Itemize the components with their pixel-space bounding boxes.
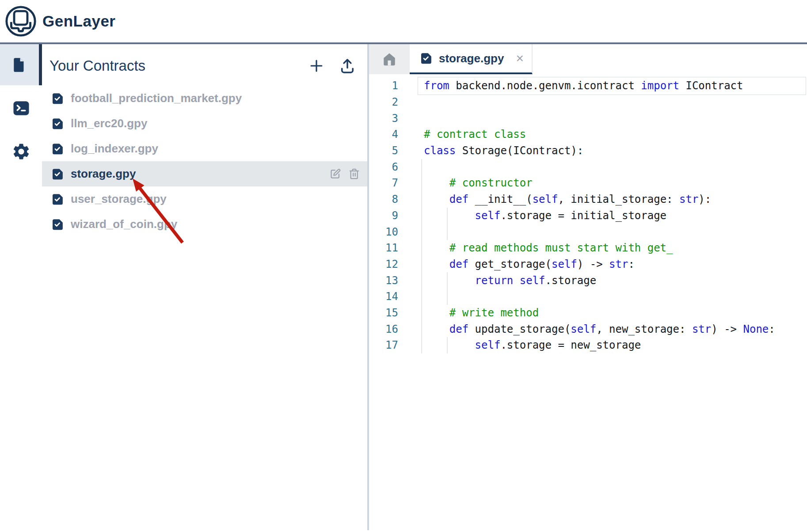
tab-label: storage.gpy [439, 52, 510, 65]
code-line: 16 def update_storage(self, new_storage:… [369, 321, 807, 337]
code-line: 15 # write method [369, 305, 807, 321]
tab-storage-gpy[interactable]: storage.gpy × [410, 44, 533, 74]
sidebar-item-terminal[interactable] [0, 87, 42, 129]
contract-file-name: llm_erc20.gpy [71, 117, 147, 130]
line-number: 9 [369, 209, 398, 222]
line-number: 4 [369, 128, 398, 141]
code-line: 6 [369, 159, 807, 175]
line-number: 3 [369, 112, 398, 125]
line-number: 7 [369, 177, 398, 189]
code-line: 10 [369, 224, 807, 240]
file-check-icon [51, 92, 64, 105]
code-line: 12 def get_storage(self) -> str: [369, 256, 807, 273]
contract-file-name: wizard_of_coin.gpy [71, 217, 177, 231]
terminal-icon [12, 99, 30, 118]
upload-contract-button[interactable] [338, 57, 357, 75]
code-line: 1from backend.node.genvm.icontract impor… [369, 78, 807, 94]
file-check-icon [51, 193, 64, 206]
contracts-panel-header: Your Contracts [42, 44, 367, 86]
upload-icon [338, 57, 357, 75]
contract-file-name: user_storage.gpy [71, 192, 167, 206]
file-check-icon [51, 117, 64, 130]
code-line: 7 # constructor [369, 175, 807, 191]
contract-file-name: storage.gpy [71, 167, 136, 181]
contract-file-name: log_indexer.gpy [71, 142, 158, 156]
edit-icon[interactable] [329, 168, 341, 180]
indent-guide [447, 272, 448, 305]
contract-file-name: football_prediction_market.gpy [71, 91, 242, 105]
line-number: 1 [369, 80, 398, 92]
file-check-icon [51, 142, 64, 156]
indent-guide [421, 159, 422, 353]
contract-file-row[interactable]: storage.gpy [42, 161, 367, 186]
contract-file-row[interactable]: user_storage.gpy [42, 186, 367, 212]
contracts-file-list: football_prediction_market.gpy llm_erc20… [42, 86, 367, 237]
sidebar-item-settings[interactable] [0, 131, 42, 172]
add-contract-button[interactable] [308, 57, 325, 74]
line-number: 12 [369, 258, 398, 270]
home-icon [382, 52, 397, 67]
line-number: 16 [369, 323, 398, 335]
code-line: 8 def __init__(self, initial_storage: st… [369, 191, 807, 208]
home-tab-button[interactable] [369, 44, 410, 74]
code-line: 13 return self.storage [369, 272, 807, 289]
code-editor[interactable]: 1from backend.node.genvm.icontract impor… [369, 74, 807, 530]
line-number: 17 [369, 339, 398, 351]
code-line: 9 self.storage = initial_storage [369, 208, 807, 224]
file-icon [11, 56, 28, 74]
contracts-panel: Your Contracts f [42, 44, 369, 530]
line-number: 15 [369, 307, 398, 319]
file-check-icon [51, 218, 64, 231]
contract-file-row[interactable]: llm_erc20.gpy [42, 111, 367, 136]
trash-icon[interactable] [348, 168, 360, 180]
indent-guide [447, 208, 448, 240]
app-title: GenLayer [42, 12, 115, 30]
indent-guide [447, 337, 448, 353]
code-line: 11 # read methods must start with get_ [369, 240, 807, 256]
editor-tab-bar: storage.gpy × [369, 44, 807, 74]
line-number: 6 [369, 161, 398, 173]
app-header: GenLayer [0, 0, 807, 44]
contract-file-row[interactable]: wizard_of_coin.gpy [42, 212, 367, 237]
line-number: 10 [369, 226, 398, 238]
contract-file-row[interactable]: log_indexer.gpy [42, 136, 367, 161]
code-line: 2 [369, 94, 807, 110]
line-number: 11 [369, 242, 398, 254]
line-number: 14 [369, 290, 398, 303]
contract-file-row[interactable]: football_prediction_market.gpy [42, 86, 367, 111]
gear-icon [11, 142, 31, 161]
page-title: Your Contracts [49, 57, 308, 74]
left-icon-rail [0, 44, 42, 530]
file-check-icon [51, 167, 64, 181]
code-line: 5class Storage(IContract): [369, 143, 807, 159]
sidebar-item-contracts[interactable] [0, 44, 42, 85]
code-line: 14 [369, 289, 807, 305]
tab-close-icon[interactable]: × [516, 52, 524, 65]
line-number: 13 [369, 274, 398, 287]
code-line: 4# contract class [369, 126, 807, 143]
line-number: 8 [369, 193, 398, 205]
code-line: 17 self.storage = new_storage [369, 337, 807, 353]
file-check-icon [419, 52, 433, 65]
line-number: 2 [369, 96, 398, 108]
code-line: 3 [369, 110, 807, 126]
line-number: 5 [369, 144, 398, 157]
genlayer-logo-icon [4, 5, 37, 38]
plus-icon [308, 57, 325, 74]
code-editor-pane: storage.gpy × 1from backend.node.genvm.i… [369, 44, 807, 530]
